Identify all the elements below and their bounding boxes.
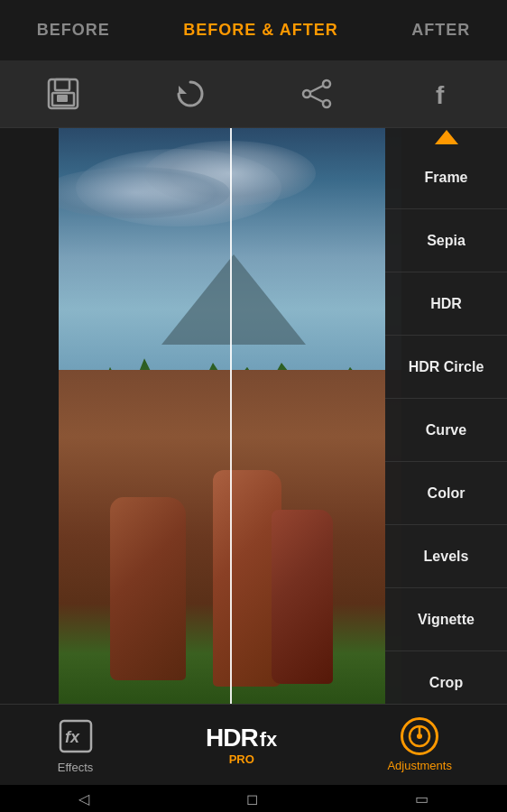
svg-marker-11 (435, 130, 458, 144)
bottom-toolbar: fx Effects HDR fx PRO Adjustments (0, 704, 507, 785)
menu-item-frame[interactable]: Frame (385, 146, 507, 209)
left-sidebar (0, 128, 59, 704)
toolbar: f (0, 60, 507, 128)
share-button[interactable] (294, 71, 339, 116)
tab-before-after[interactable]: BEFORE & AFTER (165, 12, 355, 49)
save-icon (46, 77, 80, 111)
pro-text: PRO (229, 752, 254, 766)
main-image-area: Frame Sepia HDR HDR Circle Curve Color L… (0, 128, 507, 704)
svg-text:f: f (436, 81, 445, 109)
before-after-divider (230, 128, 232, 704)
menu-item-levels[interactable]: Levels (385, 525, 507, 588)
fx-text: fx (260, 728, 278, 752)
svg-point-7 (323, 100, 330, 107)
dial-icon (407, 724, 432, 749)
svg-text:fx: fx (65, 728, 80, 746)
share-icon (300, 77, 334, 111)
effects-icon: fx (57, 717, 95, 755)
mountain-shape (161, 254, 306, 345)
hdr-text: HDR (206, 724, 258, 752)
facebook-button[interactable]: f (421, 71, 466, 116)
menu-item-curve[interactable]: Curve (385, 399, 507, 462)
adjustments-label: Adjustments (387, 759, 452, 772)
rock-left (110, 497, 186, 681)
menu-item-crop[interactable]: Crop (385, 651, 507, 704)
effects-label: Effects (58, 761, 94, 774)
svg-rect-1 (55, 79, 69, 90)
effects-menu: Frame Sepia HDR HDR Circle Curve Color L… (385, 128, 507, 704)
svg-marker-4 (179, 86, 187, 94)
refresh-icon (173, 77, 207, 111)
refresh-button[interactable] (168, 71, 213, 116)
recent-apps-button[interactable]: ▭ (415, 790, 429, 807)
menu-item-vignette[interactable]: Vignette (385, 588, 507, 651)
menu-item-hdr-circle[interactable]: HDR Circle (385, 336, 507, 399)
tab-before[interactable]: BEFORE (19, 12, 128, 49)
adjustments-button[interactable]: Adjustments (387, 717, 452, 772)
svg-point-17 (417, 734, 422, 739)
effects-icon-wrap: fx (55, 716, 96, 757)
arrow-up-icon (433, 128, 460, 146)
hdr-logo[interactable]: HDR fx PRO (206, 724, 277, 766)
menu-item-sepia[interactable]: Sepia (385, 209, 507, 272)
menu-scroll-up[interactable] (385, 128, 507, 146)
svg-line-8 (310, 86, 323, 92)
svg-rect-3 (57, 95, 68, 102)
facebook-icon: f (427, 77, 461, 111)
tab-after[interactable]: AFTER (393, 12, 488, 49)
adjustments-icon (401, 717, 438, 755)
back-button[interactable]: ◁ (78, 790, 89, 807)
menu-item-color[interactable]: Color (385, 462, 507, 525)
home-button[interactable]: ◻ (246, 790, 258, 807)
svg-point-6 (303, 90, 310, 97)
image-display[interactable] (59, 128, 401, 704)
svg-line-9 (310, 96, 323, 102)
menu-item-hdr[interactable]: HDR (385, 272, 507, 336)
top-tabs-bar: BEFORE BEFORE & AFTER AFTER (0, 0, 507, 60)
save-button[interactable] (41, 71, 86, 116)
rock-right (272, 510, 333, 683)
effects-button[interactable]: fx Effects (55, 716, 96, 774)
system-nav-bar: ◁ ◻ ▭ (0, 785, 507, 812)
svg-point-5 (323, 80, 330, 88)
